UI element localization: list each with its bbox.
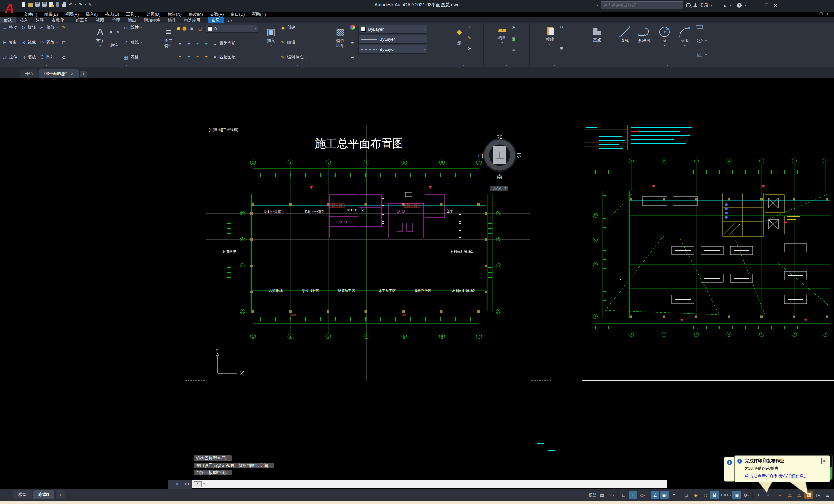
layout-sheet-right[interactable]: 12 34 56 7	[582, 123, 834, 381]
save-as-icon[interactable]	[42, 2, 47, 6]
cut-icon[interactable]: ✂	[558, 25, 565, 30]
statusbar-menu-icon[interactable]: ≣	[823, 491, 832, 499]
save-icon[interactable]	[35, 2, 40, 6]
ribbon-minimize-icon[interactable]: ▴	[228, 19, 230, 22]
polyline-button[interactable]: 多段线	[636, 25, 653, 44]
layer-tool-icon[interactable]: ≡	[203, 55, 209, 60]
command-recent-caret-icon[interactable]: ▾	[203, 482, 205, 486]
circle-button[interactable]: 圆▾	[656, 25, 673, 49]
ellipse-icon[interactable]	[697, 39, 703, 43]
command-bar-close-icon[interactable]: ✕	[172, 480, 182, 489]
lineweight-combo[interactable]: ByLayer ▾	[358, 35, 427, 44]
layer-tool-icon[interactable]: ≡	[203, 41, 209, 46]
app-store-cart-icon[interactable]	[715, 3, 720, 6]
layer-combo[interactable]: 0 ▾	[206, 25, 259, 32]
open-file-icon[interactable]	[28, 3, 33, 7]
layer-tool-icon[interactable]: ≡	[195, 41, 200, 46]
file-tab-start[interactable]: 开始	[20, 69, 38, 78]
help-caret-icon[interactable]: ▾	[745, 4, 746, 7]
ribbon-tab-featured[interactable]: 精选应用	[180, 17, 204, 24]
stretch-button[interactable]: ⇄拉伸	[2, 54, 17, 60]
menu-parametric[interactable]: 参数(P)	[206, 12, 227, 17]
mirror-button[interactable]: ⋈镜像	[21, 40, 36, 45]
trim-button[interactable]: ✂修剪▾	[39, 25, 58, 30]
close-button[interactable]: ✕	[774, 3, 777, 8]
lineweight-list-icon[interactable]: ≡	[349, 40, 355, 45]
search-box[interactable]	[601, 1, 683, 9]
layer-combo-caret-icon[interactable]: ▾	[255, 27, 257, 30]
grid-toggle-icon[interactable]: ▦	[597, 491, 606, 499]
search-input[interactable]	[601, 3, 683, 7]
layout-tab-add[interactable]: +	[56, 490, 65, 499]
command-bar-customize-icon[interactable]: ⚙	[182, 480, 192, 489]
doc-close-button[interactable]: ✕	[826, 12, 829, 16]
print-icon[interactable]	[62, 4, 66, 6]
autodesk-a-icon[interactable]: ▲	[723, 3, 727, 8]
menu-draw[interactable]: 绘图(D)	[143, 12, 164, 17]
object-color-combo[interactable]: ByLayer ▾	[358, 25, 427, 33]
ribbon-tab-view[interactable]: 视图	[92, 17, 108, 24]
autodesk-caret-icon[interactable]: ▾	[730, 4, 731, 7]
new-tab-button[interactable]: +	[80, 71, 87, 77]
restore-button[interactable]: ❐	[765, 3, 768, 8]
rotate-button[interactable]: ↻旋转	[21, 25, 36, 30]
autocad-logo-icon[interactable]: A	[0, 0, 19, 16]
copy-button[interactable]: ⊞复制	[2, 40, 17, 45]
ribbon-tab-insert[interactable]: 插入	[16, 17, 32, 24]
help-icon[interactable]: ?	[737, 3, 742, 8]
ribbon-tab-addins[interactable]: 附加模块	[140, 17, 164, 24]
copy-clip-icon[interactable]: ⊞	[558, 46, 565, 51]
ribbon-tab-parametric[interactable]: 参数化	[48, 17, 68, 24]
erase-button[interactable]: ✎	[61, 25, 66, 30]
layer-properties-button[interactable]: ≡ 图层特性	[163, 25, 174, 49]
menu-modify[interactable]: 修改(M)	[185, 12, 206, 17]
layer-on-icon[interactable]	[177, 27, 180, 30]
ribbon-tab-home[interactable]: 默认	[0, 17, 16, 24]
layer-freeze-vp-icon[interactable]: ▣	[189, 26, 195, 31]
area-icon[interactable]: ▣	[511, 36, 517, 41]
annotation-autoscale-icon[interactable]: ◎	[701, 491, 709, 499]
menu-window[interactable]: 窗口(O)	[227, 12, 248, 17]
offset-button[interactable]: ⊂	[61, 55, 66, 60]
viewport-lock-icon[interactable]: ▣	[732, 491, 741, 499]
layer-tool-icon[interactable]: ≡	[186, 41, 192, 46]
arc-button[interactable]: 圆弧▾	[676, 25, 693, 49]
edit-block-button[interactable]: ✎编辑	[280, 40, 307, 45]
doc-restore-button[interactable]: ❐	[819, 12, 822, 16]
object-color-icon[interactable]	[350, 25, 355, 30]
notification-link[interactable]: 单击以查看打印和发布详细信息...	[734, 472, 830, 482]
ribbon-tab-collaborate[interactable]: 协作	[164, 17, 180, 24]
menu-format[interactable]: 格式(O)	[101, 12, 123, 17]
group-edit-icon[interactable]: ✎	[466, 36, 472, 40]
draw-panel-expander[interactable]: ▾	[617, 63, 718, 67]
qat-menu-icon[interactable]: ▾	[94, 3, 96, 6]
polar-tracking-icon[interactable]: ◔▾	[629, 491, 637, 499]
text-button[interactable]: A 文字▾	[95, 25, 106, 49]
leader-button[interactable]: ↗引线▾	[123, 40, 142, 45]
scale-button[interactable]: ⊡缩放	[21, 54, 36, 60]
ungroup-icon[interactable]: ✕	[466, 25, 472, 30]
ribbon-tab-3dtools[interactable]: 三维工具	[68, 17, 92, 24]
snap-toggle-icon[interactable]: ⁙▾	[607, 491, 616, 499]
layer-tool-icon[interactable]: ≡	[195, 55, 200, 60]
explode-button[interactable]: ◻	[61, 40, 66, 45]
publish-icon[interactable]	[56, 2, 59, 7]
layout-sheet-left[interactable]: [+][俯视][二维线框] 施工总平面布置图 上 北 南 西 东	[206, 125, 530, 381]
layout-tab-layout1[interactable]: 布局1	[33, 490, 54, 499]
base-point-button[interactable]: 基点▾	[592, 25, 602, 48]
expand-search-icon[interactable]: ▸	[597, 4, 598, 7]
annotate-tool-icon[interactable]: ✎	[88, 2, 92, 7]
ribbon-tab-output[interactable]: 输出	[124, 17, 140, 24]
linetype-combo[interactable]: ByLayer ▾	[358, 45, 427, 54]
menu-tools[interactable]: 工具(T)	[123, 12, 143, 17]
edit-attributes-button[interactable]: ✎编辑属性▾	[280, 54, 307, 60]
signin-caret-icon[interactable]: ▾	[711, 4, 712, 7]
clipboard-panel-expander[interactable]: ▾	[531, 63, 577, 67]
menu-dimension[interactable]: 标注(N)	[164, 12, 185, 17]
selection-cycling-icon[interactable]: □	[682, 491, 690, 499]
ribbon-tab-annotate[interactable]: 注释	[32, 17, 48, 24]
isodraft-icon[interactable]: ◇▾	[638, 491, 647, 499]
dimension-button[interactable]: ⇤⇥ 标注	[109, 25, 120, 49]
measure-panel-expander[interactable]: ▾	[486, 63, 527, 67]
new-file-icon[interactable]	[22, 2, 25, 7]
